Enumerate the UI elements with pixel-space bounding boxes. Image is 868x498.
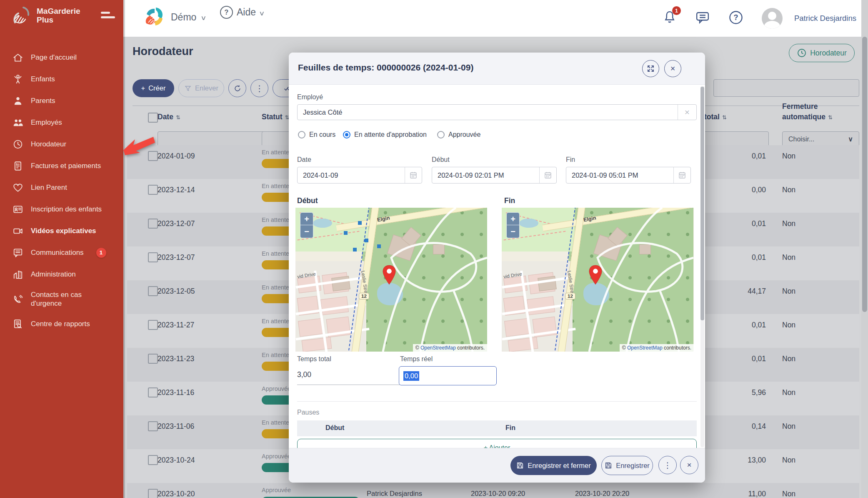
cell-status-text: Approuvée bbox=[262, 385, 291, 392]
map-debut[interactable]: ElginLeslie Streetvid Drive12+−© OpenStr… bbox=[295, 208, 487, 352]
date-input[interactable]: 2024-01-09 bbox=[297, 167, 422, 184]
row-checkbox[interactable] bbox=[148, 320, 158, 330]
org-switcher[interactable]: Démo ∨ bbox=[143, 6, 206, 28]
save-and-close-button[interactable]: Enregistrer et fermer bbox=[510, 456, 597, 475]
modal-header: Feuilles de temps: 000000026 (2024-01-09… bbox=[289, 53, 705, 85]
map-attribution: © OpenStreetMap contributors. bbox=[620, 344, 694, 352]
expand-modal-button[interactable] bbox=[642, 60, 659, 77]
sidebar-item-horodateur[interactable]: Horodateur bbox=[0, 133, 123, 155]
select-all-checkbox[interactable] bbox=[148, 113, 158, 123]
modal-more-actions-button[interactable]: ⋮ bbox=[658, 456, 677, 474]
sidebar-item-centre-de-rapports[interactable]: Centre de rapports bbox=[0, 313, 123, 335]
sidebar-item-administration[interactable]: Administration bbox=[0, 264, 123, 285]
user-avatar[interactable] bbox=[762, 8, 783, 29]
pauses-col-debut: Début bbox=[325, 424, 344, 432]
row-checkbox[interactable] bbox=[148, 354, 158, 364]
sidebar-item-label: Parents bbox=[31, 97, 55, 106]
horodateur-header-button[interactable]: Horodateur bbox=[789, 44, 855, 62]
cell-status-text: En attente bbox=[262, 250, 289, 257]
invoice-icon bbox=[13, 161, 23, 171]
user-name[interactable]: Patrick Desjardins bbox=[794, 14, 856, 23]
child-icon bbox=[13, 74, 23, 85]
cell-date: 2023-11-06 bbox=[158, 422, 194, 431]
sidebar-item-communications[interactable]: Communications1 bbox=[0, 242, 123, 264]
row-checkbox[interactable] bbox=[148, 455, 158, 465]
table-row[interactable]: 2023-10-20ApprouvéePatrick Desjardins202… bbox=[127, 483, 859, 498]
cell-date: 2023-11-16 bbox=[158, 388, 194, 397]
fin-input[interactable]: 2024-01-09 05:01 PM bbox=[566, 167, 691, 184]
sidebar-item-label: Centre de rapports bbox=[31, 320, 90, 329]
row-checkbox[interactable] bbox=[148, 387, 158, 397]
clock-icon bbox=[797, 48, 807, 58]
sidebar-item-contacts-en-cas-d-urgence[interactable]: Contacts en cas d'urgence bbox=[0, 285, 123, 313]
calendar-icon[interactable] bbox=[673, 167, 690, 183]
calendar-icon[interactable] bbox=[539, 167, 556, 183]
radio-label: Approuvée bbox=[448, 131, 480, 138]
notifications-button[interactable]: 1 bbox=[663, 10, 677, 27]
zoom-in-button[interactable]: + bbox=[506, 212, 520, 225]
zoom-out-button[interactable]: − bbox=[300, 225, 313, 238]
row-checkbox[interactable] bbox=[148, 286, 158, 296]
chevron-down-icon: ∨ bbox=[259, 10, 265, 17]
sidebar-item-employ-s[interactable]: Employés bbox=[0, 112, 123, 133]
help-menu[interactable]: ? Aide ∨ bbox=[220, 6, 264, 19]
zoom-out-button[interactable]: − bbox=[506, 225, 520, 238]
sidebar-item-enfants[interactable]: Enfants bbox=[0, 68, 123, 90]
sidebar-item-vid-os-explicatives[interactable]: Vidéos explicatives bbox=[0, 220, 123, 242]
employe-input[interactable]: Jessica Côté × bbox=[297, 104, 697, 120]
cell-auto-close: Non bbox=[782, 490, 795, 498]
save-icon bbox=[605, 462, 612, 469]
debut-input[interactable]: 2024-01-09 02:01 PM bbox=[432, 167, 557, 184]
column-header-fermeture[interactable]: Fermeture automatique⇅ bbox=[782, 102, 833, 121]
map-zoom-controls: +− bbox=[300, 212, 313, 238]
table-search-input[interactable] bbox=[713, 79, 859, 97]
sidebar-item-inscription-des-enfants[interactable]: Inscription des enfants bbox=[0, 199, 123, 220]
sidebar-item-factures-et-paiements[interactable]: Factures et paiements bbox=[0, 155, 123, 177]
filter-fermeture-select[interactable]: Choisir... ∨ bbox=[782, 131, 859, 147]
employees-icon bbox=[13, 117, 23, 128]
radio-en-cours[interactable]: En cours bbox=[298, 131, 335, 138]
sidebar-item-label: Communications bbox=[31, 249, 84, 257]
timesheet-modal: Feuilles de temps: 000000026 (2024-01-09… bbox=[289, 53, 705, 483]
close-modal-button[interactable]: × bbox=[664, 60, 681, 77]
save-button[interactable]: Enregistrer bbox=[601, 456, 653, 475]
sidebar-item-page-d-accueil[interactable]: Page d'accueil bbox=[0, 47, 123, 68]
row-checkbox[interactable] bbox=[148, 489, 158, 498]
create-button[interactable]: + Créer bbox=[133, 79, 174, 97]
modal-close-footer-button[interactable]: × bbox=[680, 456, 698, 474]
row-checkbox[interactable] bbox=[148, 421, 158, 431]
sidebar-item-lien-parent[interactable]: Lien Parent bbox=[0, 177, 123, 199]
sidebar-toggle-icon[interactable] bbox=[101, 12, 116, 21]
help-button[interactable]: ? bbox=[728, 10, 743, 27]
svg-text:?: ? bbox=[733, 13, 738, 22]
row-checkbox[interactable] bbox=[148, 252, 158, 262]
openstreetmap-link[interactable]: OpenStreetMap bbox=[420, 345, 456, 351]
column-header-statut[interactable]: Statut⇅ bbox=[262, 113, 289, 121]
radio-en-attente-d-approbation[interactable]: En attente d'approbation bbox=[343, 131, 427, 138]
cell-status-text: En attente bbox=[262, 318, 289, 324]
page-scrollbar[interactable] bbox=[861, 0, 868, 498]
cell-auto-close: Non bbox=[782, 456, 795, 465]
column-header-date[interactable]: Date⇅ bbox=[158, 113, 180, 121]
more-actions-button[interactable]: ⋮ bbox=[250, 79, 268, 97]
cell-date: 2023-11-27 bbox=[158, 321, 194, 329]
cell-total: 11,00 bbox=[690, 490, 766, 498]
sort-icon: ⇅ bbox=[176, 114, 180, 121]
cell-auto-close: Non bbox=[782, 321, 795, 329]
temps-reel-input[interactable]: 0,00 bbox=[399, 366, 497, 385]
radio-approuv-e[interactable]: Approuvée bbox=[437, 131, 480, 138]
sidebar-item-parents[interactable]: Parents bbox=[0, 90, 123, 112]
messages-button[interactable] bbox=[695, 10, 710, 26]
calendar-icon[interactable] bbox=[405, 167, 422, 183]
zoom-in-button[interactable]: + bbox=[300, 212, 313, 225]
modal-scrollbar[interactable] bbox=[700, 86, 704, 447]
row-checkbox[interactable] bbox=[148, 185, 158, 195]
refresh-button[interactable] bbox=[228, 79, 246, 97]
openstreetmap-link[interactable]: OpenStreetMap bbox=[627, 345, 663, 351]
map-fin[interactable]: ElginLeslie Streetvid Drive12+−© OpenStr… bbox=[502, 208, 694, 352]
remove-button[interactable]: Enlever bbox=[178, 79, 224, 97]
temps-total-value: 3,00 bbox=[297, 370, 311, 379]
row-checkbox[interactable] bbox=[148, 219, 158, 229]
clear-employe-button[interactable]: × bbox=[678, 105, 696, 120]
map-attribution: © OpenStreetMap contributors. bbox=[413, 344, 487, 352]
